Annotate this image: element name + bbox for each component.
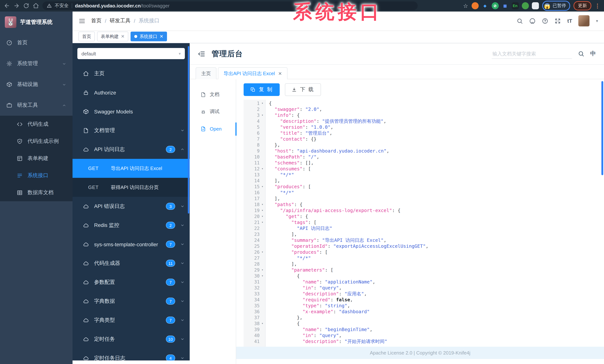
swagger-group-主页[interactable]: 主页 (73, 64, 190, 83)
swagger-group-API 错误日志[interactable]: API 错误日志3 (73, 197, 190, 216)
breadcrumb-item[interactable]: 研发工具 (110, 17, 131, 24)
doc-nav-Open[interactable]: Open (190, 120, 236, 137)
doc-tab-导出API 访问日志 Excel[interactable]: 导出API 访问日志 Excel✕ (218, 67, 288, 79)
ext-blue-grid-icon[interactable]: ▦ (502, 2, 509, 9)
ext-blue-diamond-icon[interactable]: ◆ (481, 2, 489, 9)
search-icon[interactable] (517, 18, 523, 24)
group-select[interactable]: default ▾ (77, 48, 185, 59)
fold-caret-icon[interactable]: ▾ (260, 249, 265, 255)
swagger-group-sys-sms-template-controller[interactable]: sys-sms-template-controller7 (73, 235, 190, 254)
font-size-icon[interactable]: tT (567, 18, 572, 24)
fold-caret-icon[interactable]: ▾ (260, 100, 265, 106)
address-divider (72, 3, 72, 8)
sidebar-item-基础设施[interactable]: 基础设施 (0, 74, 73, 95)
swagger-group-定时任务日志[interactable]: 定时任务日志4 (73, 349, 190, 361)
endpoint-count-badge: 11 (166, 260, 175, 267)
sidebar-item-系统管理[interactable]: 系统管理 (0, 53, 73, 74)
swagger-group-字典类型[interactable]: 字典类型7 (73, 311, 190, 330)
code-line: "consumes": [ (269, 166, 604, 172)
browser-reload-icon[interactable] (23, 3, 29, 9)
code-line: ], (269, 231, 604, 237)
fold-caret-icon[interactable]: ▾ (260, 166, 265, 172)
user-avatar[interactable] (579, 15, 590, 26)
gutter-line: 3▾ (244, 112, 265, 118)
tag-close-icon[interactable]: ✕ (160, 34, 163, 39)
browser-back-icon[interactable] (4, 3, 10, 9)
fullscreen-icon[interactable] (555, 18, 561, 24)
tag-view-首页[interactable]: 首页 (78, 32, 95, 41)
doc-nav-调试[interactable]: 调试 (190, 103, 236, 120)
language-icon[interactable]: 中 (590, 50, 596, 57)
swagger-endpoint[interactable]: GET获得API 访问日志分页 (73, 178, 190, 197)
fold-caret-icon[interactable]: ▾ (260, 213, 265, 219)
browser-update-button[interactable]: 更新 (574, 1, 591, 10)
gutter-line: 20▾ (244, 213, 265, 219)
download-button[interactable]: 下 载 (285, 83, 321, 96)
cube-icon (83, 108, 89, 114)
help-icon[interactable] (542, 18, 548, 24)
swagger-group-代码生成器[interactable]: 代码生成器11 (73, 254, 190, 273)
fold-caret-icon[interactable]: ▾ (260, 112, 265, 118)
brand-header[interactable]: 🐰 芋道管理系统 (0, 12, 73, 32)
sidebar-subitem-系统接口[interactable]: 系统接口 (0, 167, 73, 184)
ext-orange-icon[interactable] (471, 2, 478, 9)
page-scrollbar[interactable] (601, 81, 603, 175)
browser-home-icon[interactable] (33, 3, 39, 9)
swagger-group-字典数据[interactable]: 字典数据7 (73, 292, 190, 311)
sidebar-subitem-代码生成示例[interactable]: 代码生成示例 (0, 133, 73, 150)
swagger-endpoint[interactable]: GET导出API 访问日志 Excel (73, 159, 190, 178)
line-number: 4 (244, 118, 260, 124)
hamburger-icon[interactable] (78, 17, 86, 24)
copy-button[interactable]: 复 制 (244, 83, 280, 96)
doc-search-input[interactable] (492, 49, 572, 59)
browser-right-cluster: ☆ ◆⊘▦En 😱 已暂停 更新 ⋮ (463, 1, 600, 11)
shield-icon (17, 138, 23, 144)
sidebar-item-研发工具[interactable]: 研发工具 (0, 95, 73, 116)
swagger-group-参数配置[interactable]: 参数配置7 (73, 273, 190, 292)
fold-caret-icon[interactable]: ▾ (260, 219, 265, 226)
collapse-docs-icon[interactable] (198, 50, 205, 57)
sidebar-subitem-数据库文档[interactable]: 数据库文档 (0, 184, 73, 201)
sidebar-item-首页[interactable]: 首页 (0, 32, 73, 53)
swagger-group-Authorize[interactable]: Authorize (73, 83, 190, 102)
swagger-group-API 访问日志[interactable]: API 访问日志2 (73, 140, 190, 159)
swagger-group-Swagger Models[interactable]: Swagger Models (73, 102, 190, 121)
browser-profile-chip[interactable]: 😱 已暂停 (542, 1, 570, 11)
swagger-group-Redis 监控[interactable]: Redis 监控2 (73, 216, 190, 235)
doc-search-icon[interactable] (578, 50, 584, 57)
fold-caret-icon[interactable]: ▾ (260, 273, 265, 279)
user-menu-caret-icon[interactable]: ▾ (596, 18, 598, 23)
address-bar[interactable]: 不安全 dashboard.yudao.iocoder.cn/tool/swag… (42, 1, 418, 10)
fold-caret-icon[interactable]: ▾ (260, 184, 265, 190)
doc-tab-主页[interactable]: 主页 (196, 67, 216, 79)
ext-puzzle-icon[interactable] (532, 2, 539, 9)
sidebar-subitem-代码生成[interactable]: 代码生成 (0, 116, 73, 133)
breadcrumb-item[interactable]: 首页 (91, 17, 101, 24)
editor-code[interactable]: { "swagger": "2.0", "info": { "descripti… (265, 100, 604, 347)
swagger-group-定时任务[interactable]: 定时任务10 (73, 330, 190, 349)
fold-caret-icon[interactable]: ▾ (260, 321, 265, 326)
tag-view-表单构建[interactable]: 表单构建✕ (97, 32, 128, 41)
sidebar-item-label: 首页 (17, 39, 27, 46)
code-line: "*/*" (269, 190, 604, 196)
editor-column: 复 制 下 载 1▾23▾456789101112▾131415▾161718▾… (236, 79, 604, 364)
doc-nav-文档[interactable]: 文档 (190, 86, 236, 103)
swagger-group-文档管理[interactable]: 文档管理 (73, 121, 190, 140)
browser-menu-icon[interactable]: ⋮ (595, 2, 600, 9)
sidebar-subitem-表单构建[interactable]: 表单构建 (0, 150, 73, 167)
browser-forward-icon[interactable] (13, 3, 20, 9)
ext-green-sprout-icon[interactable] (522, 2, 529, 9)
fold-caret-icon[interactable]: ▾ (260, 208, 265, 213)
ext-green-circle-icon[interactable]: ⊘ (491, 2, 499, 9)
tag-close-icon[interactable]: ✕ (121, 34, 125, 39)
github-icon[interactable] (529, 18, 536, 24)
json-editor[interactable]: 1▾23▾456789101112▾131415▾161718▾19▾20▾21… (244, 100, 604, 347)
fold-caret-icon[interactable]: ▾ (260, 202, 265, 208)
bookmark-star-icon[interactable]: ☆ (463, 2, 468, 9)
tag-view-系统接口[interactable]: 系统接口✕ (131, 32, 167, 41)
doc-tab-close-icon[interactable]: ✕ (278, 71, 282, 76)
ext-en-translate-icon[interactable]: En (512, 2, 519, 9)
fold-caret-icon[interactable]: ▾ (260, 267, 265, 273)
cloud-icon (83, 203, 89, 209)
swagger-sidebar-scrollbar[interactable] (188, 46, 189, 213)
